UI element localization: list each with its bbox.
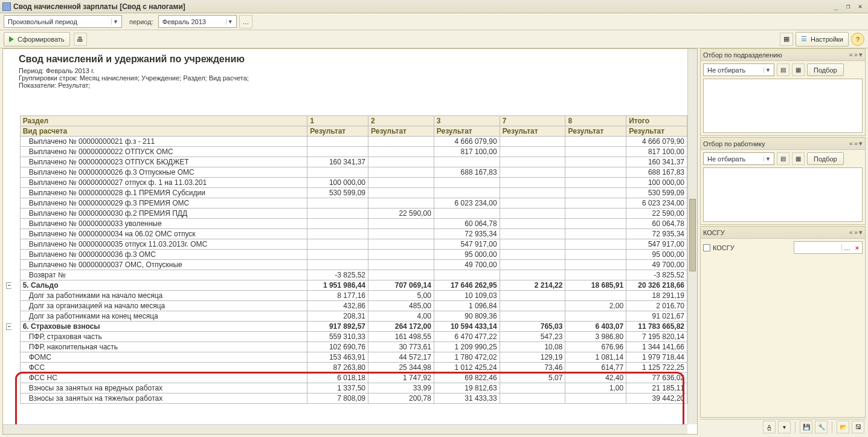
prev-icon[interactable]: « — [849, 228, 853, 236]
cell — [368, 239, 434, 250]
help-button[interactable]: ? — [851, 33, 864, 46]
next-icon[interactable]: » — [854, 228, 858, 236]
cell: 1 747,92 — [368, 373, 434, 383]
table-row[interactable]: Взносы за занятых на вредных работах1 33… — [3, 383, 687, 393]
table-row[interactable]: −6. Страховые взносы917 892,57264 172,00… — [3, 322, 687, 332]
horizontal-scrollbar[interactable] — [3, 424, 687, 434]
vertical-scrollbar[interactable] — [687, 49, 697, 424]
col-7: 7 — [500, 116, 565, 126]
table-row[interactable]: Выплачено № 00000000030 ф.2 ПРЕМИЯ ПДД22… — [3, 209, 687, 219]
emp-filter-mode[interactable]: Не отбирать ▼ — [703, 152, 774, 165]
table-row[interactable]: Выплачено № 00000000027 отпуск ф. 1 на 1… — [3, 178, 687, 188]
table-row[interactable]: Выплачено № 00000000033 уволенные60 064,… — [3, 219, 687, 229]
row-name: Выплачено № 00000000030 ф.2 ПРЕМИЯ ПДД — [20, 209, 307, 219]
wrench-icon[interactable]: 🔧 — [815, 421, 828, 433]
list-mode-icon[interactable]: ▤ — [777, 63, 789, 76]
chevron-down-icon: ▼ — [764, 67, 772, 73]
print-button[interactable]: 🖶 — [74, 33, 87, 46]
restore-button[interactable]: ❐ — [843, 2, 854, 11]
col-2: 2 — [368, 116, 434, 126]
cell: 2,00 — [565, 301, 626, 311]
cell: 102 690,76 — [307, 342, 368, 352]
cell: 91 021,67 — [626, 311, 687, 322]
cell: 676,96 — [565, 342, 626, 352]
cell: 1 096,84 — [434, 301, 500, 311]
table-row[interactable]: Выплачено № 00000000036 ф.3 ОМС95 000,00… — [3, 250, 687, 260]
dept-list[interactable] — [703, 79, 863, 133]
dropdown-icon[interactable]: ▾ — [859, 51, 863, 59]
table-row[interactable]: Выплачено № 00000000035 отпуск 11.03.201… — [3, 239, 687, 250]
cell: 200,78 — [368, 393, 434, 404]
table-row[interactable]: ФСС87 263,8025 344,981 012 425,2473,4661… — [3, 363, 687, 373]
table-row[interactable]: Взносы за занятых на тяжелых работах7 80… — [3, 393, 687, 404]
row-name: Возврат № — [20, 270, 307, 280]
cell: 60 064,78 — [434, 219, 500, 229]
table-row[interactable]: Выплачено № 00000000026 ф.3 Отпускные ОМ… — [3, 167, 687, 178]
tree-mode-icon[interactable]: ▦ — [792, 63, 805, 76]
prev-icon[interactable]: « — [849, 51, 853, 59]
table-row[interactable]: Выплачено № 00000000034 на 06.02 ОМС отп… — [3, 229, 687, 239]
table-row[interactable]: Долг за организацией на начало месяца432… — [3, 301, 687, 311]
cell — [565, 260, 626, 270]
open-tool-icon[interactable]: 📂 — [837, 421, 849, 433]
table-view-button[interactable]: ▦ — [780, 33, 793, 46]
cell: 6 403,07 — [565, 322, 626, 332]
period-value-dropdown[interactable]: Февраль 2013 ▼ — [158, 15, 237, 28]
emp-select-button[interactable]: Подбор — [807, 152, 844, 165]
collapse-icon[interactable]: − — [6, 323, 11, 330]
dept-select-button[interactable]: Подбор — [807, 63, 844, 76]
tree-mode-icon[interactable]: ▦ — [792, 152, 805, 165]
dropdown-icon[interactable]: ▾ — [859, 228, 863, 236]
cell — [565, 311, 626, 322]
lookup-icon[interactable]: … — [841, 244, 852, 251]
kosgu-checkbox[interactable] — [703, 244, 710, 251]
report-groupings: Группировки строк: Месяц начисления; Учр… — [19, 74, 683, 82]
list-mode-icon[interactable]: ▤ — [777, 152, 789, 165]
period-type-dropdown[interactable]: Произвольный период ▼ — [4, 15, 122, 28]
prev-icon[interactable]: « — [849, 140, 853, 147]
collapse-icon[interactable]: − — [6, 282, 11, 289]
cell: 4 666 079,90 — [626, 137, 687, 147]
table-row[interactable]: Долг за работниками на начало месяца8 17… — [3, 291, 687, 301]
emp-list[interactable] — [703, 167, 863, 222]
form-report-button[interactable]: Сформировать — [4, 32, 70, 47]
table-row[interactable]: ПФР, накопительная часть102 690,7630 773… — [3, 342, 687, 352]
table-row[interactable]: ФОМС153 463,9144 572,171 780 472,02129,1… — [3, 352, 687, 363]
sub-total: Результат — [626, 126, 687, 137]
table-row[interactable]: Выплачено № 00000000029 ф.3 ПРЕМИЯ ОМС6 … — [3, 198, 687, 209]
table-row[interactable]: Выплачено № 00000000028 ф.1 ПРЕМИЯ Субси… — [3, 188, 687, 198]
cell: 4,00 — [368, 311, 434, 322]
font-tool-icon[interactable]: A̲ — [763, 421, 776, 433]
cell: 6 470 477,22 — [434, 332, 500, 342]
app-icon — [2, 2, 11, 11]
cell — [565, 178, 626, 188]
next-icon[interactable]: » — [854, 140, 858, 147]
save2-tool-icon[interactable]: 🖫 — [852, 421, 864, 433]
table-row[interactable]: ФСС НС6 018,181 747,9269 822,465,0742,40… — [3, 373, 687, 383]
table-row[interactable]: Выплачено № 00000000023 ОТПУСК БЮДЖЕТ160… — [3, 157, 687, 167]
close-button[interactable]: ✕ — [855, 2, 866, 11]
table-row[interactable]: −5. Сальдо1 951 986,44707 069,1417 646 2… — [3, 280, 687, 291]
clear-icon[interactable]: × — [852, 244, 862, 251]
cell — [500, 157, 565, 167]
next-icon[interactable]: » — [854, 51, 858, 59]
minimize-button[interactable]: _ — [831, 2, 841, 11]
table-row[interactable]: Долг за работниками на конец месяца208,3… — [3, 311, 687, 322]
table-row[interactable]: Выплачено № 00000000021 ф.з - 2114 666 0… — [3, 137, 687, 147]
kosgu-input[interactable]: … × — [794, 241, 863, 254]
table-row[interactable]: Выплачено № 00000000022 ОТПУСК ОМС817 10… — [3, 147, 687, 157]
table-row[interactable]: Выплачено № 00000000037 ОМС, Отпускные49… — [3, 260, 687, 270]
col-8: 8 — [565, 116, 626, 126]
cell — [565, 137, 626, 147]
table-row[interactable]: ПФР, страховая часть559 310,33161 498,55… — [3, 332, 687, 342]
cell: 87 263,80 — [307, 363, 368, 373]
save-tool-icon[interactable]: 💾 — [800, 421, 812, 433]
cell — [500, 167, 565, 178]
settings-button[interactable]: ☰ Настройки — [796, 32, 849, 47]
dept-filter-mode[interactable]: Не отбирать ▼ — [703, 63, 774, 76]
tool-dropdown-icon[interactable]: ▾ — [778, 421, 791, 433]
table-row[interactable]: Возврат №-3 825,52-3 825,52 — [3, 270, 687, 280]
cell — [434, 157, 500, 167]
period-dialog-button[interactable]: … — [239, 15, 252, 28]
dropdown-icon[interactable]: ▾ — [859, 140, 863, 147]
